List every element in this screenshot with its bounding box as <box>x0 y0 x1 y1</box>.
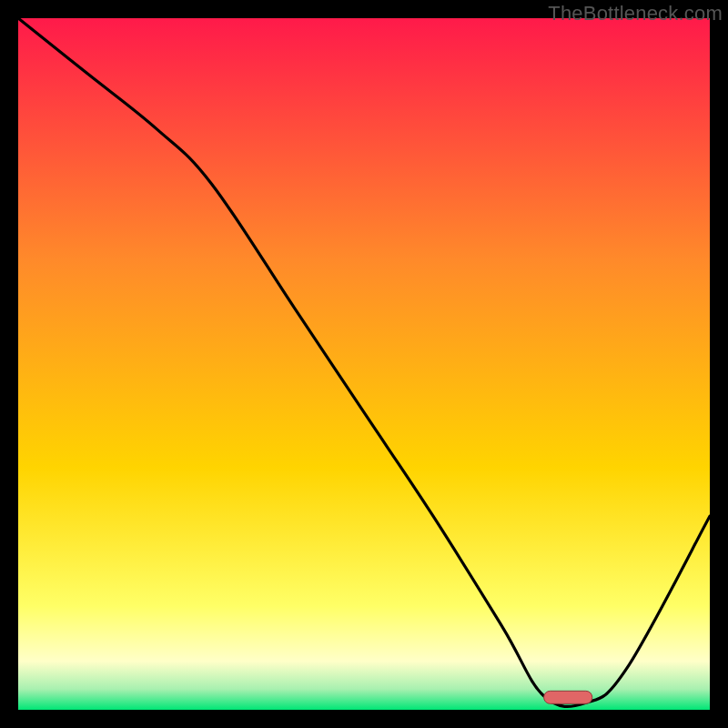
watermark-text: TheBottleneck.com <box>548 2 723 25</box>
gradient-background <box>18 18 710 710</box>
chart-frame: TheBottleneck.com <box>0 0 728 728</box>
optimum-marker <box>544 691 592 703</box>
plot-area <box>18 18 710 710</box>
bottleneck-chart <box>18 18 710 710</box>
